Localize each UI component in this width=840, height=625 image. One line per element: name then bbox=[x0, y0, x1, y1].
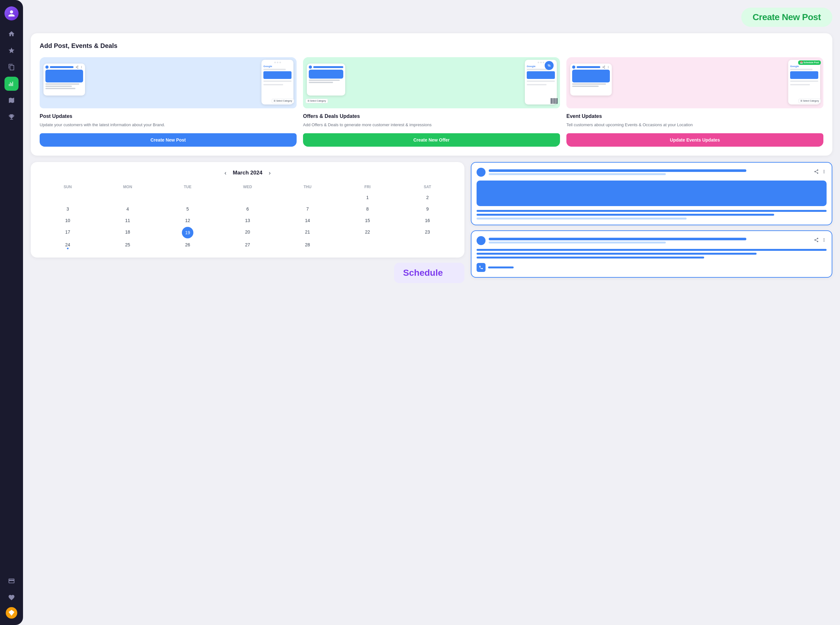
sidebar-item-map[interactable] bbox=[5, 93, 19, 107]
barcode-icon bbox=[551, 98, 557, 104]
select-category-badge: ☰ Select Category bbox=[272, 99, 294, 103]
gem-icon bbox=[8, 609, 15, 616]
copy-icon bbox=[8, 64, 15, 71]
more-icon[interactable] bbox=[821, 169, 827, 175]
cal-day-21[interactable]: 21 bbox=[278, 227, 337, 238]
sidebar-item-heart[interactable] bbox=[5, 591, 19, 605]
sidebar-item-copy[interactable] bbox=[5, 60, 19, 74]
pc2-line-2 bbox=[477, 253, 757, 255]
create-new-post-button[interactable]: Create New Post bbox=[40, 133, 297, 147]
sidebar-item-gem[interactable] bbox=[6, 607, 17, 619]
preview-card-2-header bbox=[477, 236, 827, 245]
cal-day-28[interactable]: 28 bbox=[278, 239, 337, 250]
preview-line-1 bbox=[489, 169, 746, 172]
event-card-image: Google 📅 Schedule Post ☰ Select Category bbox=[566, 57, 823, 108]
calendar-header: ‹ March 2024 › bbox=[38, 169, 457, 176]
pc2-phone-row bbox=[477, 263, 827, 272]
cal-day-19-today[interactable]: 19 bbox=[182, 227, 193, 238]
cal-day-25[interactable]: 25 bbox=[98, 239, 157, 250]
create-new-offer-button[interactable]: Create New Offer bbox=[303, 133, 560, 147]
cal-day-4[interactable]: 4 bbox=[98, 204, 157, 214]
cal-day-5[interactable]: 5 bbox=[158, 204, 217, 214]
prev-month-button[interactable]: ‹ bbox=[224, 169, 226, 176]
post-card-title: Post Updates bbox=[40, 113, 297, 119]
preview-header-lines-2 bbox=[489, 238, 810, 244]
cal-day-23[interactable]: 23 bbox=[398, 227, 457, 238]
cal-day-empty bbox=[278, 192, 337, 202]
phone-mockup-event: Google bbox=[788, 60, 820, 104]
preview-card-1-actions bbox=[814, 169, 827, 175]
more-icon-2[interactable] bbox=[821, 238, 827, 244]
event-card-desc: Tell customers about upcoming Events & O… bbox=[566, 122, 823, 128]
cal-day-26[interactable]: 26 bbox=[158, 239, 217, 250]
cal-day-2[interactable]: 2 bbox=[398, 192, 457, 202]
post-card-image: Google ☰ Select Category bbox=[40, 57, 297, 108]
cal-day-6[interactable]: 6 bbox=[218, 204, 277, 214]
sidebar-item-trophy[interactable] bbox=[5, 110, 19, 124]
preview-text-lines-1 bbox=[477, 210, 827, 219]
schedule-label: Schedule bbox=[403, 268, 443, 278]
sidebar-item-star[interactable] bbox=[5, 44, 19, 58]
cal-day-empty bbox=[398, 239, 457, 250]
calendar-month-label: March 2024 bbox=[233, 169, 263, 176]
phone-cta-icon bbox=[477, 263, 485, 272]
dow-sun: SUN bbox=[38, 183, 97, 191]
cal-day-24[interactable]: 24 bbox=[38, 239, 97, 250]
cal-day-11[interactable]: 11 bbox=[98, 215, 157, 225]
preview-card-2-actions bbox=[814, 238, 827, 244]
cal-day-14[interactable]: 14 bbox=[278, 215, 337, 225]
preview-line-4 bbox=[489, 242, 666, 244]
preview-avatar-1 bbox=[477, 168, 485, 177]
preview-txt-line-2 bbox=[477, 214, 774, 216]
post-cards-row: Google ☰ Select Category Post Updates Up… bbox=[40, 57, 823, 147]
offers-card-title: Offers & Deals Updates bbox=[303, 113, 560, 119]
next-month-button[interactable]: › bbox=[269, 169, 271, 176]
cal-day-16[interactable]: 16 bbox=[398, 215, 457, 225]
cal-day-10[interactable]: 10 bbox=[38, 215, 97, 225]
cal-day-1[interactable]: 1 bbox=[338, 192, 397, 202]
calendar-grid: SUN MON TUE WED THU FRI SAT 1 2 3 bbox=[38, 183, 457, 250]
cal-day-empty bbox=[98, 192, 157, 202]
cal-day-3[interactable]: 3 bbox=[38, 204, 97, 214]
chart-icon bbox=[8, 80, 15, 87]
card-icon bbox=[8, 577, 15, 585]
preview-line-3 bbox=[489, 238, 746, 240]
post-widget bbox=[44, 64, 85, 96]
heart-icon bbox=[8, 594, 15, 601]
share-icon[interactable] bbox=[814, 169, 819, 175]
cal-day-27[interactable]: 27 bbox=[218, 239, 277, 250]
cal-day-8[interactable]: 8 bbox=[338, 204, 397, 214]
preview-post-card-1 bbox=[471, 162, 832, 225]
event-widget bbox=[570, 64, 612, 96]
star-icon bbox=[8, 47, 15, 54]
update-events-button[interactable]: Update Events Updates bbox=[566, 133, 823, 147]
preview-post-card-2 bbox=[471, 230, 832, 278]
calendar-card: ‹ March 2024 › SUN MON TUE WED THU FRI S… bbox=[31, 162, 464, 258]
cal-day-7[interactable]: 7 bbox=[278, 204, 337, 214]
cal-day-22[interactable]: 22 bbox=[338, 227, 397, 238]
cal-day-12[interactable]: 12 bbox=[158, 215, 217, 225]
dow-fri: FRI bbox=[338, 183, 397, 191]
preview-header-lines-1 bbox=[489, 169, 810, 175]
cal-day-15[interactable]: 15 bbox=[338, 215, 397, 225]
pc2-line-3 bbox=[477, 257, 704, 258]
cal-day-empty bbox=[158, 192, 217, 202]
cal-day-18[interactable]: 18 bbox=[98, 227, 157, 238]
cal-day-empty bbox=[38, 192, 97, 202]
schedule-label-card: Schedule bbox=[394, 263, 464, 283]
add-post-section: Add Post, Events & Deals bbox=[31, 33, 832, 155]
cal-day-9[interactable]: 9 bbox=[398, 204, 457, 214]
share-icon-2[interactable] bbox=[814, 238, 819, 244]
sidebar-item-home[interactable] bbox=[5, 27, 19, 41]
dow-sat: SAT bbox=[398, 183, 457, 191]
cal-day-17[interactable]: 17 bbox=[38, 227, 97, 238]
preview-card-2-content bbox=[477, 249, 827, 272]
event-updates-card: Google 📅 Schedule Post ☰ Select Category… bbox=[566, 57, 823, 147]
preview-txt-line-3 bbox=[477, 218, 687, 219]
cal-day-13[interactable]: 13 bbox=[218, 215, 277, 225]
sidebar-item-card[interactable] bbox=[5, 574, 19, 588]
sidebar-item-chart[interactable] bbox=[5, 77, 19, 91]
cal-day-20[interactable]: 20 bbox=[218, 227, 277, 238]
section-title: Add Post, Events & Deals bbox=[40, 42, 823, 50]
create-new-post-badge[interactable]: Create New Post bbox=[741, 8, 832, 27]
